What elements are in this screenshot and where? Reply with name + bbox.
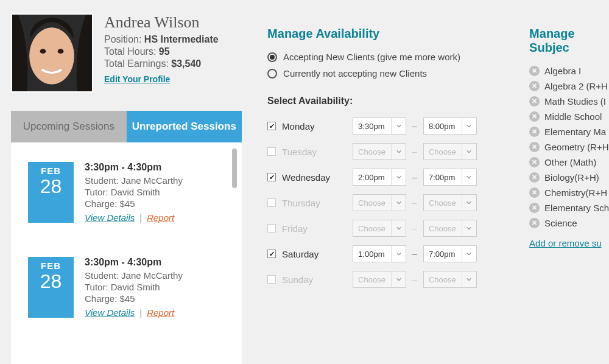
subject-label: Algebra 2 (R+H (544, 81, 608, 91)
remove-icon[interactable]: ✕ (529, 81, 540, 91)
chevron-down-icon (462, 195, 476, 211)
day-checkbox[interactable] (267, 224, 276, 233)
day-row: Wednesday2:00pm–7:00pm (267, 169, 511, 186)
remove-icon[interactable]: ✕ (529, 172, 540, 183)
date-day: 28 (28, 271, 74, 292)
day-row: TuesdayChoose–Choose (267, 143, 511, 160)
remove-icon[interactable]: ✕ (529, 142, 540, 152)
session-time: 3:30pm - 4:30pm (85, 162, 225, 173)
subject-item: ✕Elementary Ma (529, 127, 609, 137)
day-row: FridayChoose–Choose (267, 220, 511, 237)
remove-icon[interactable]: ✕ (529, 111, 540, 122)
session-card: FEB283:30pm - 4:30pmStudent: Jane McCart… (28, 162, 225, 223)
subject-item: ✕Algebra I (529, 66, 609, 76)
view-details-link[interactable]: View Details (85, 307, 135, 318)
view-details-link[interactable]: View Details (85, 212, 135, 223)
scrollbar[interactable] (232, 149, 237, 188)
report-link[interactable]: Report (147, 212, 174, 223)
tab-upcoming[interactable]: Upcoming Sessions (11, 111, 127, 142)
radio-icon (267, 52, 277, 62)
end-time-select[interactable]: Choose (423, 194, 477, 211)
day-label: Saturday (282, 249, 319, 259)
start-time-select[interactable]: Choose (353, 220, 406, 237)
remove-icon[interactable]: ✕ (529, 66, 540, 76)
dash: – (412, 147, 417, 156)
start-time-select[interactable]: Choose (353, 194, 406, 211)
session-time: 3:30pm - 4:30pm (85, 257, 225, 268)
dash: – (412, 121, 417, 131)
session-student: Student: Jane McCarthy (85, 270, 225, 281)
chevron-down-icon (462, 144, 476, 159)
session-charge: Charge: $45 (85, 293, 225, 304)
profile-earnings: Total Earnings: $3,540 (104, 58, 242, 69)
start-time-select[interactable]: 3:30pm (353, 117, 406, 135)
day-label: Friday (282, 223, 308, 234)
add-remove-subjects-link[interactable]: Add or remove su (529, 238, 601, 248)
subject-label: Elementary Ma (544, 127, 606, 137)
select-availability-label: Select Availability: (267, 96, 511, 107)
end-time-select[interactable]: Choose (423, 143, 477, 160)
remove-icon[interactable]: ✕ (529, 127, 540, 137)
chevron-down-icon (462, 220, 476, 236)
start-time-select[interactable]: 1:00pm (353, 245, 406, 262)
radio-not-accepting[interactable]: Currently not accepting new Clients (267, 68, 511, 79)
separator: | (139, 307, 142, 318)
chevron-down-icon (391, 169, 406, 185)
subject-label: Elementary Sch (544, 203, 609, 213)
day-label: Thursday (282, 198, 320, 208)
day-checkbox[interactable] (267, 122, 276, 130)
subject-item: ✕Elementary Sch (529, 203, 609, 213)
date-month: FEB (28, 261, 74, 271)
profile-position: Position: HS Intermediate (104, 34, 242, 45)
day-checkbox[interactable] (267, 147, 276, 156)
session-tutor: Tutor: David Smith (85, 187, 225, 197)
start-time-select[interactable]: Choose (353, 143, 406, 160)
date-month: FEB (28, 166, 74, 176)
day-checkbox[interactable] (267, 275, 276, 284)
session-student: Student: Jane McCarthy (85, 175, 225, 186)
remove-icon[interactable]: ✕ (529, 187, 540, 198)
remove-icon[interactable]: ✕ (529, 203, 540, 213)
date-day: 28 (28, 176, 74, 197)
edit-profile-link[interactable]: Edit Your Profile (104, 74, 170, 84)
profile-name: Andrea Wilson (104, 13, 242, 32)
tab-unreported[interactable]: Unreported Sessions (127, 111, 242, 142)
sessions-panel: FEB283:30pm - 4:30pmStudent: Jane McCart… (11, 142, 242, 364)
dash: – (412, 198, 417, 208)
end-time-select[interactable]: Choose (423, 271, 477, 288)
date-tile: FEB28 (28, 162, 74, 223)
session-charge: Charge: $45 (85, 198, 225, 209)
chevron-down-icon (391, 271, 406, 287)
end-time-select[interactable]: 7:00pm (423, 245, 477, 262)
day-row: Monday3:30pm–8:00pm (267, 117, 511, 135)
day-label: Tuesday (282, 147, 317, 157)
profile-hours: Total Hours: 95 (104, 46, 242, 57)
subject-item: ✕Science (529, 218, 609, 228)
date-tile: FEB28 (28, 257, 74, 318)
subject-label: Geometry (R+H (544, 142, 608, 152)
report-link[interactable]: Report (147, 307, 174, 318)
start-time-select[interactable]: Choose (353, 271, 406, 288)
subject-label: Math Studies (I (544, 96, 606, 107)
session-tutor: Tutor: David Smith (85, 282, 225, 292)
day-row: Saturday1:00pm–7:00pm (267, 245, 511, 262)
remove-icon[interactable]: ✕ (529, 96, 540, 107)
end-time-select[interactable]: 7:00pm (423, 169, 477, 186)
day-checkbox[interactable] (267, 250, 276, 258)
subject-item: ✕Algebra 2 (R+H (529, 81, 609, 91)
end-time-select[interactable]: 8:00pm (423, 117, 477, 135)
subject-item: ✕Middle School (529, 111, 609, 122)
day-row: ThursdayChoose–Choose (267, 194, 511, 211)
session-card: FEB283:30pm - 4:30pmStudent: Jane McCart… (28, 257, 225, 318)
day-label: Wednesday (282, 172, 330, 183)
subject-label: Middle School (544, 111, 602, 122)
end-time-select[interactable]: Choose (423, 220, 477, 237)
remove-icon[interactable]: ✕ (529, 157, 540, 167)
radio-accepting[interactable]: Accepting New Clients (give me more work… (267, 52, 511, 62)
chevron-down-icon (462, 118, 476, 134)
day-checkbox[interactable] (267, 198, 276, 207)
start-time-select[interactable]: 2:00pm (353, 169, 406, 186)
day-checkbox[interactable] (267, 173, 276, 181)
remove-icon[interactable]: ✕ (529, 218, 540, 228)
subject-label: Biology(R+H) (544, 172, 599, 183)
